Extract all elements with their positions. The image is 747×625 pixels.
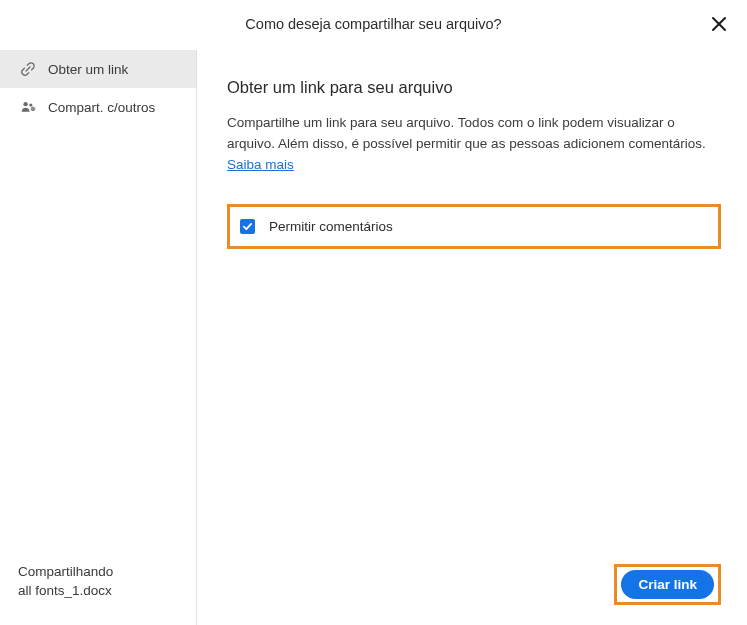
sidebar-item-label: Compart. c/outros [48,100,155,115]
panel-title: Obter um link para seu arquivo [227,78,721,97]
main-panel: Obter um link para seu arquivo Compartil… [197,50,747,625]
sidebar-spacer [0,126,196,562]
sidebar-items: Obter um link Compart. c/outros [0,50,196,126]
learn-more-link[interactable]: Saiba mais [227,157,294,172]
checkmark-icon [242,221,253,232]
allow-comments-checkbox[interactable] [240,219,255,234]
sidebar-footer: Compartilhando all fonts_1.docx [0,562,196,625]
sharing-filename: all fonts_1.docx [18,581,178,601]
svg-point-3 [29,103,32,106]
sidebar-item-share-others[interactable]: Compart. c/outros [0,88,196,126]
dialog-body: Obter um link Compart. c/outros [0,50,747,625]
sidebar: Obter um link Compart. c/outros [0,50,197,625]
svg-point-2 [23,102,27,106]
create-link-highlight: Criar link [614,564,721,605]
people-icon [20,99,36,115]
create-link-button[interactable]: Criar link [621,570,714,599]
link-icon [20,61,36,77]
sharing-label: Compartilhando [18,562,178,582]
sidebar-item-get-link[interactable]: Obter um link [0,50,196,88]
close-button[interactable] [709,14,729,34]
sidebar-item-label: Obter um link [48,62,128,77]
dialog-header: Como deseja compartilhar seu arquivo? [0,0,747,50]
panel-description: Compartilhe um link para seu arquivo. To… [227,113,721,176]
allow-comments-highlight: Permitir comentários [227,204,721,249]
description-text: Compartilhe um link para seu arquivo. To… [227,115,706,151]
close-icon [711,16,727,32]
panel-footer: Criar link [227,564,721,605]
dialog-title: Como deseja compartilhar seu arquivo? [245,16,501,32]
allow-comments-label: Permitir comentários [269,219,393,234]
